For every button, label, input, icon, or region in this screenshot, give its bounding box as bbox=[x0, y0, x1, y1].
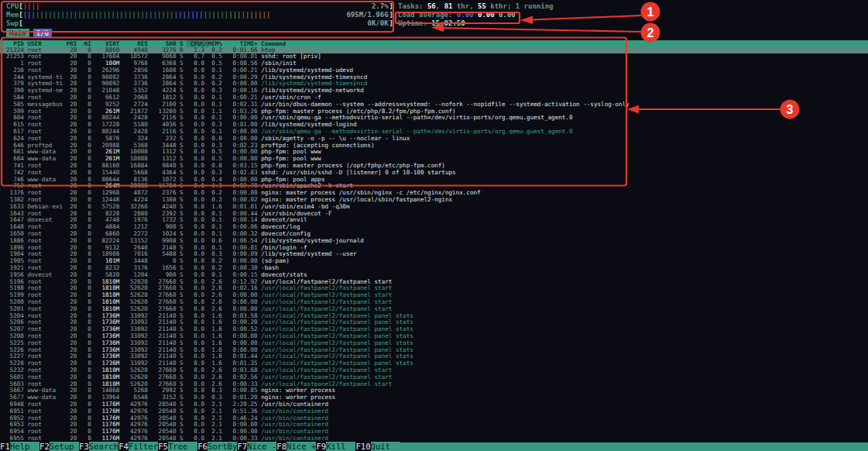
fkey-nice[interactable]: F7Nice - bbox=[237, 442, 276, 451]
annotation-badge-1 bbox=[641, 2, 660, 22]
fkey-search[interactable]: F3Search bbox=[79, 442, 118, 451]
fbar-filler bbox=[400, 442, 868, 451]
fkey-nice[interactable]: F8Nice + bbox=[276, 442, 316, 451]
meters-panel: CPU[||||2.7%]Mem[|||||||||||||||||||||||… bbox=[6, 2, 393, 28]
function-key-bar: F1Help F2Setup F3SearchF4FilterF5Tree F6… bbox=[0, 442, 868, 451]
fkey-setup[interactable]: F2Setup bbox=[39, 442, 79, 451]
fkey-kill[interactable]: F9Kill bbox=[316, 442, 355, 451]
screen-tabs: Main I/O bbox=[6, 29, 52, 38]
summary-panel: Tasks: 56, 81 thr, 55 kthr; 1 runningLoa… bbox=[398, 2, 554, 28]
fkey-tree[interactable]: F5Tree bbox=[158, 442, 197, 451]
tab-io[interactable]: I/O bbox=[33, 29, 52, 38]
fkey-sortby[interactable]: F6SortBy bbox=[197, 442, 237, 451]
process-table: 21224 root 20 0 8860 4948 3276 R 1.3 0.2… bbox=[0, 47, 868, 442]
uptime-line: Uptime: 15:02:50 bbox=[398, 19, 554, 28]
fkey-help[interactable]: F1Help bbox=[0, 442, 39, 451]
tab-main[interactable]: Main bbox=[6, 29, 29, 38]
mem-meter: Mem[||||||||||||||||||||||||||||||||||||… bbox=[6, 11, 393, 19]
cpu-meter: CPU[||||2.7%] bbox=[6, 2, 393, 11]
annotation-badge-1-number: 1 bbox=[647, 5, 654, 19]
annotation-arrow-2-shaft bbox=[443, 28, 641, 32]
fkey-quit[interactable]: F10Quit bbox=[355, 442, 400, 451]
htop-terminal: CPU[||||2.7%]Mem[|||||||||||||||||||||||… bbox=[0, 0, 868, 451]
load-average-line: Load average: 0.00 0.00 0.00 bbox=[398, 11, 554, 19]
tasks-line: Tasks: 56, 81 thr, 55 kthr; 1 running bbox=[398, 2, 554, 11]
fkey-filter[interactable]: F4Filter bbox=[118, 442, 158, 451]
swp-meter: Swp[0K/0K] bbox=[6, 19, 393, 28]
annotation-badge-2-number: 2 bbox=[647, 26, 654, 40]
